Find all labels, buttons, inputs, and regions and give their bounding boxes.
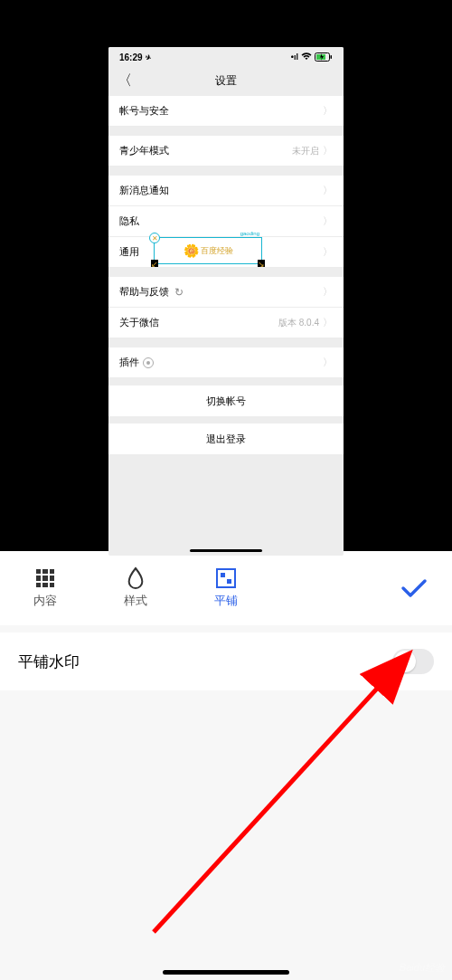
row-label: 帐号与安全 bbox=[119, 104, 169, 118]
location-icon: ✈ bbox=[144, 52, 153, 62]
row-label: 关于微信 bbox=[119, 316, 159, 329]
signal-icon: •ıl bbox=[291, 52, 298, 62]
watermark-edit-box[interactable]: 🌼 百度经验 ✕ ↙ ↘ gaoding bbox=[154, 237, 262, 264]
tile-watermark-toggle[interactable] bbox=[392, 649, 434, 674]
wifi-icon bbox=[301, 52, 312, 62]
phone-preview: 16:29 ✈ •ıl 〈 设置 帐号与安全 〉 bbox=[108, 47, 344, 556]
grid-icon bbox=[34, 567, 56, 589]
logout-button[interactable]: 退出登录 bbox=[108, 423, 344, 454]
tab-tile[interactable]: 平铺 bbox=[181, 567, 271, 609]
nav-bar: 〈 设置 bbox=[108, 67, 344, 94]
row-label: 新消息通知 bbox=[119, 184, 169, 197]
chevron-right-icon: 〉 bbox=[323, 144, 333, 157]
flower-icon: 🌼 bbox=[184, 243, 199, 258]
tab-style[interactable]: 样式 bbox=[90, 567, 181, 609]
row-teen-mode[interactable]: 青少年模式 未开启〉 bbox=[108, 136, 344, 167]
editor-toolbar: 内容 样式 平铺 bbox=[0, 551, 452, 625]
page-title: 设置 bbox=[108, 73, 344, 89]
resize-handle-bl[interactable]: ↙ bbox=[151, 260, 158, 267]
row-notifications[interactable]: 新消息通知 〉 bbox=[108, 176, 344, 206]
resize-handle-br[interactable]: ↘ bbox=[258, 260, 265, 267]
drop-icon bbox=[125, 567, 146, 589]
row-about[interactable]: 关于微信 版本 8.0.4〉 bbox=[108, 308, 344, 338]
check-icon bbox=[400, 577, 428, 599]
version-label: 版本 8.0.4 bbox=[278, 317, 319, 329]
svg-rect-2 bbox=[331, 55, 333, 59]
chevron-right-icon: 〉 bbox=[323, 316, 333, 329]
home-indicator[interactable] bbox=[163, 970, 289, 975]
chevron-right-icon: 〉 bbox=[323, 356, 333, 369]
option-label: 平铺水印 bbox=[18, 652, 80, 672]
confirm-button[interactable] bbox=[271, 577, 452, 599]
plugin-icon bbox=[143, 357, 154, 368]
preview-area: 16:29 ✈ •ıl 〈 设置 帐号与安全 〉 bbox=[0, 0, 452, 551]
row-label: 插件 bbox=[119, 356, 139, 369]
row-account-security[interactable]: 帐号与安全 〉 bbox=[108, 96, 344, 127]
switch-account-button[interactable]: 切换帐号 bbox=[108, 385, 344, 416]
row-label: 隐私 bbox=[119, 214, 139, 228]
tab-content[interactable]: 内容 bbox=[0, 567, 90, 609]
chevron-right-icon: 〉 bbox=[323, 285, 333, 299]
row-plugins[interactable]: 插件 〉 bbox=[108, 347, 344, 378]
row-privacy[interactable]: 隐私 〉 bbox=[108, 206, 344, 237]
chevron-right-icon: 〉 bbox=[323, 184, 333, 197]
tab-label: 平铺 bbox=[214, 593, 238, 609]
row-general[interactable]: 通用 〉 🌼 百度经验 ✕ ↙ ↘ gaoding bbox=[108, 237, 344, 268]
chevron-right-icon: 〉 bbox=[323, 214, 333, 228]
svg-line-3 bbox=[154, 656, 407, 932]
tile-watermark-row: 平铺水印 bbox=[0, 633, 452, 690]
row-label: 通用 bbox=[119, 245, 139, 259]
battery-icon bbox=[315, 52, 333, 62]
baidu-watermark: Baidu经验 bbox=[400, 961, 445, 975]
close-icon[interactable]: ✕ bbox=[149, 233, 160, 243]
watermark-text: 百度经验 bbox=[201, 245, 233, 257]
refresh-icon: ↻ bbox=[174, 286, 184, 299]
home-indicator-inner bbox=[190, 549, 262, 552]
gaoding-label: gaoding bbox=[240, 231, 259, 236]
row-label: 帮助与反馈 bbox=[119, 285, 169, 299]
tile-icon bbox=[215, 567, 237, 589]
tab-label: 内容 bbox=[33, 593, 57, 609]
row-help-feedback[interactable]: 帮助与反馈↻ 〉 bbox=[108, 277, 344, 308]
status-time: 16:29 bbox=[119, 52, 143, 62]
chevron-right-icon: 〉 bbox=[323, 245, 333, 259]
chevron-right-icon: 〉 bbox=[323, 104, 333, 118]
row-label: 青少年模式 bbox=[119, 144, 169, 157]
back-button[interactable]: 〈 bbox=[118, 71, 132, 90]
row-status: 未开启 bbox=[292, 145, 319, 157]
tab-label: 样式 bbox=[124, 593, 147, 609]
status-bar: 16:29 ✈ •ıl bbox=[108, 47, 344, 67]
